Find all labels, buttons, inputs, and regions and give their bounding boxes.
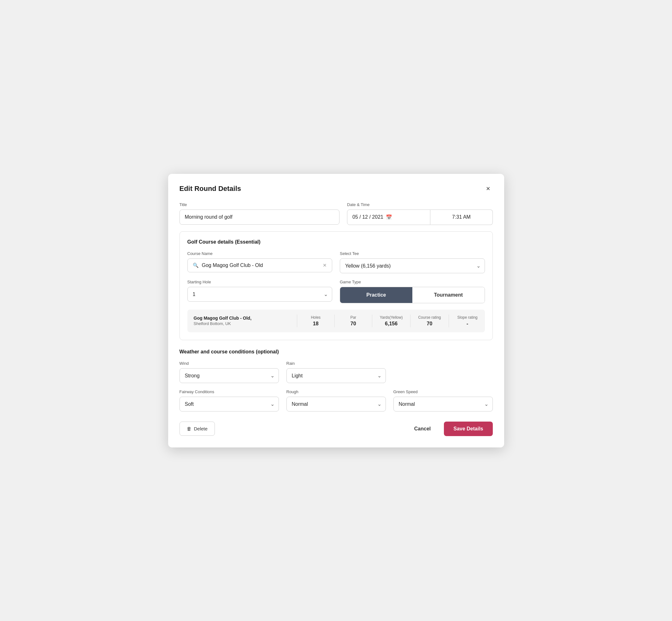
par-stat: Par 70 xyxy=(342,315,365,327)
rough-label: Rough xyxy=(287,389,386,394)
course-rating-stat: Course rating 70 xyxy=(418,315,441,327)
modal-header: Edit Round Details × xyxy=(179,184,493,194)
search-icon: 🔍 xyxy=(193,262,199,268)
select-tee-wrap: Yellow (6,156 yards) White Red Blue ⌄ xyxy=(340,258,485,273)
green-speed-label: Green Speed xyxy=(393,389,493,394)
course-tee-row: Course Name 🔍 ✕ Select Tee Yellow (6,156… xyxy=(187,251,485,273)
course-name-group: Course Name 🔍 ✕ xyxy=(187,251,333,273)
slope-rating-value: - xyxy=(467,321,468,327)
divider-5 xyxy=(449,315,449,327)
date-time-group: Date & Time 05 / 12 / 2021 📅 7:31 AM xyxy=(347,202,493,225)
delete-label: Delete xyxy=(194,426,208,431)
rain-dropdown[interactable]: NoneLightModerateHeavy xyxy=(287,368,386,383)
starting-hole-label: Starting Hole xyxy=(187,280,333,284)
course-info-name-text: Gog Magog Golf Club - Old, xyxy=(194,316,289,321)
title-input[interactable] xyxy=(179,210,340,225)
select-tee-label: Select Tee xyxy=(340,251,485,256)
calendar-icon: 📅 xyxy=(386,214,392,220)
date-value: 05 / 12 / 2021 xyxy=(352,214,383,220)
holes-label: Holes xyxy=(311,315,321,320)
clear-icon[interactable]: ✕ xyxy=(323,262,327,268)
rough-dropdown[interactable]: SoftNormalHard xyxy=(287,397,386,411)
rain-group: Rain NoneLightModerateHeavy ⌄ xyxy=(287,361,386,383)
course-info-bar: Gog Magog Golf Club - Old, Shelford Bott… xyxy=(187,309,485,332)
course-info-location: Shelford Bottom, UK xyxy=(194,321,289,326)
edit-round-modal: Edit Round Details × Title Date & Time 0… xyxy=(168,174,504,448)
green-speed-group: Green Speed SlowNormalFast ⌄ xyxy=(393,389,493,411)
wind-rain-row: Wind NoneLightModerateStrong ⌄ Rain None… xyxy=(179,361,493,383)
yards-label: Yards(Yellow) xyxy=(380,315,403,320)
conditions-row: Fairway Conditions SoftNormalHard ⌄ Roug… xyxy=(179,389,493,411)
course-name-input[interactable] xyxy=(202,262,320,268)
divider-2 xyxy=(334,315,335,327)
fairway-label: Fairway Conditions xyxy=(179,389,279,394)
slope-rating-stat: Slope rating - xyxy=(457,315,478,327)
delete-button[interactable]: 🗑 Delete xyxy=(179,422,215,436)
title-group: Title xyxy=(179,202,340,225)
rough-group: Rough SoftNormalHard ⌄ xyxy=(287,389,386,411)
weather-section-title: Weather and course conditions (optional) xyxy=(179,349,493,355)
wind-label: Wind xyxy=(179,361,279,366)
time-value: 7:31 AM xyxy=(452,214,471,220)
course-rating-label: Course rating xyxy=(418,315,441,320)
rain-label: Rain xyxy=(287,361,386,366)
title-date-row: Title Date & Time 05 / 12 / 2021 📅 7:31 … xyxy=(179,202,493,225)
starting-hole-dropdown[interactable]: 1234 5678 910 xyxy=(187,287,333,302)
save-details-button[interactable]: Save Details xyxy=(444,422,493,436)
slope-rating-label: Slope rating xyxy=(457,315,477,320)
fairway-wrap: SoftNormalHard ⌄ xyxy=(179,397,279,411)
time-input[interactable]: 7:31 AM xyxy=(430,210,493,225)
rough-wrap: SoftNormalHard ⌄ xyxy=(287,397,386,411)
hole-gametype-row: Starting Hole 1234 5678 910 ⌄ Game Type … xyxy=(187,280,485,303)
rain-wrap: NoneLightModerateHeavy ⌄ xyxy=(287,368,386,383)
green-speed-dropdown[interactable]: SlowNormalFast xyxy=(393,397,493,411)
close-button[interactable]: × xyxy=(484,184,493,194)
green-speed-wrap: SlowNormalFast ⌄ xyxy=(393,397,493,411)
select-tee-dropdown[interactable]: Yellow (6,156 yards) White Red Blue xyxy=(340,258,485,273)
practice-button[interactable]: Practice xyxy=(340,287,412,303)
course-name-label: Course Name xyxy=(187,251,333,256)
wind-dropdown[interactable]: NoneLightModerateStrong xyxy=(179,368,279,383)
course-rating-value: 70 xyxy=(427,321,432,327)
starting-hole-wrap: 1234 5678 910 ⌄ xyxy=(187,287,333,302)
fairway-group: Fairway Conditions SoftNormalHard ⌄ xyxy=(179,389,279,411)
yards-stat: Yards(Yellow) 6,156 xyxy=(380,315,403,327)
starting-hole-group: Starting Hole 1234 5678 910 ⌄ xyxy=(187,280,333,303)
cancel-button[interactable]: Cancel xyxy=(409,422,436,436)
course-name-input-wrap[interactable]: 🔍 ✕ xyxy=(187,258,333,272)
golf-course-title: Golf Course details (Essential) xyxy=(187,239,485,245)
footer-right: Cancel Save Details xyxy=(409,422,493,436)
weather-section: Weather and course conditions (optional)… xyxy=(179,349,493,411)
footer-row: 🗑 Delete Cancel Save Details xyxy=(179,422,493,436)
game-type-toggle: Practice Tournament xyxy=(340,287,485,303)
wind-group: Wind NoneLightModerateStrong ⌄ xyxy=(179,361,279,383)
fairway-dropdown[interactable]: SoftNormalHard xyxy=(179,397,279,411)
title-label: Title xyxy=(179,202,340,207)
game-type-label: Game Type xyxy=(340,280,485,284)
golf-course-section: Golf Course details (Essential) Course N… xyxy=(179,231,493,340)
divider-1 xyxy=(297,315,297,327)
divider-4 xyxy=(410,315,411,327)
tournament-button[interactable]: Tournament xyxy=(412,287,485,303)
yards-value: 6,156 xyxy=(385,321,397,327)
game-type-group: Game Type Practice Tournament xyxy=(340,280,485,303)
holes-value: 18 xyxy=(313,321,319,327)
date-time-inputs: 05 / 12 / 2021 📅 7:31 AM xyxy=(347,210,493,225)
par-value: 70 xyxy=(350,321,356,327)
divider-3 xyxy=(372,315,372,327)
course-info-name: Gog Magog Golf Club - Old, Shelford Bott… xyxy=(194,316,289,326)
par-label: Par xyxy=(350,315,356,320)
holes-stat: Holes 18 xyxy=(305,315,327,327)
trash-icon: 🗑 xyxy=(187,426,192,431)
wind-wrap: NoneLightModerateStrong ⌄ xyxy=(179,368,279,383)
modal-title: Edit Round Details xyxy=(179,184,241,193)
date-time-label: Date & Time xyxy=(347,202,493,207)
select-tee-group: Select Tee Yellow (6,156 yards) White Re… xyxy=(340,251,485,273)
date-input[interactable]: 05 / 12 / 2021 📅 xyxy=(347,210,430,225)
